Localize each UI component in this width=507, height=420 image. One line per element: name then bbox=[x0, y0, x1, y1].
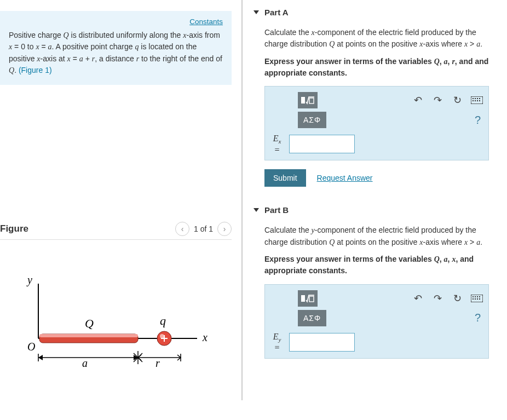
svg-rect-26 bbox=[475, 98, 476, 99]
svg-rect-33 bbox=[301, 295, 305, 302]
greek-letters-button[interactable]: ΑΣΦ bbox=[298, 310, 326, 326]
reset-icon[interactable]: ↻ bbox=[451, 292, 463, 304]
part-a-answer-input[interactable] bbox=[289, 135, 355, 153]
part-b-question: Calculate the y-component of the electri… bbox=[264, 225, 500, 248]
caret-down-icon bbox=[253, 208, 259, 212]
svg-rect-30 bbox=[475, 100, 476, 101]
part-a-title: Part A bbox=[264, 8, 289, 17]
keyboard-icon[interactable] bbox=[471, 94, 483, 106]
svg-rect-31 bbox=[477, 100, 478, 101]
svg-rect-41 bbox=[475, 298, 476, 300]
svg-text:O: O bbox=[27, 341, 35, 353]
svg-text:y: y bbox=[26, 274, 32, 286]
svg-rect-23 bbox=[309, 98, 314, 103]
redo-icon[interactable]: ↷ bbox=[431, 94, 443, 106]
reset-icon[interactable]: ↻ bbox=[451, 94, 463, 106]
problem-text: Positive charge Q is distributed uniform… bbox=[9, 30, 223, 76]
svg-rect-22 bbox=[301, 97, 305, 103]
help-icon[interactable]: ? bbox=[475, 112, 483, 128]
svg-rect-34 bbox=[309, 296, 314, 302]
caret-down-icon bbox=[253, 10, 259, 14]
problem-statement-box: Constants Positive charge Q is distribut… bbox=[0, 11, 232, 85]
template-button[interactable] bbox=[298, 290, 318, 307]
svg-point-9 bbox=[160, 334, 164, 338]
part-b-title: Part B bbox=[264, 205, 289, 215]
svg-rect-39 bbox=[479, 296, 480, 297]
fraction-root-icon bbox=[301, 294, 315, 303]
figure-prev-button[interactable]: ‹ bbox=[175, 222, 189, 236]
keyboard-icon[interactable] bbox=[471, 292, 483, 304]
template-button[interactable] bbox=[298, 92, 318, 108]
help-icon[interactable]: ? bbox=[475, 310, 483, 326]
figure-next-button[interactable]: › bbox=[217, 222, 232, 236]
greek-letters-button[interactable]: ΑΣΦ bbox=[298, 112, 326, 128]
part-b-answer-input[interactable] bbox=[289, 333, 355, 352]
part-a-submit-button[interactable]: Submit bbox=[264, 169, 306, 187]
svg-text:r: r bbox=[155, 357, 160, 369]
svg-text:Q: Q bbox=[85, 317, 94, 330]
svg-rect-28 bbox=[479, 98, 480, 99]
part-b-answer-panel: ↶ ↷ ↻ bbox=[264, 284, 489, 359]
svg-rect-40 bbox=[473, 298, 474, 300]
redo-icon[interactable]: ↷ bbox=[431, 292, 443, 304]
svg-rect-27 bbox=[477, 98, 478, 99]
svg-rect-38 bbox=[477, 296, 478, 297]
svg-rect-36 bbox=[473, 296, 474, 297]
svg-rect-37 bbox=[475, 296, 476, 297]
figure-diagram: y x O Q q bbox=[0, 240, 232, 389]
part-a-answer-panel: ↶ ↷ ↻ bbox=[264, 86, 489, 160]
svg-rect-32 bbox=[479, 100, 480, 101]
fraction-root-icon bbox=[301, 95, 315, 105]
part-a-header[interactable]: Part A bbox=[253, 4, 500, 20]
constants-link[interactable]: Constants bbox=[189, 16, 223, 27]
part-a-instruction: Express your answer in terms of the vari… bbox=[264, 56, 500, 79]
figure-page-indicator: 1 of 1 bbox=[194, 225, 213, 233]
part-a-question: Calculate the x-component of the electri… bbox=[264, 27, 500, 50]
part-b-header[interactable]: Part B bbox=[253, 202, 500, 218]
svg-rect-25 bbox=[473, 98, 474, 99]
svg-rect-29 bbox=[473, 100, 474, 101]
part-b-instruction: Express your answer in terms of the vari… bbox=[264, 254, 500, 277]
figure-title: Figure bbox=[0, 223, 28, 234]
part-a-eq-label: Ex= bbox=[270, 134, 284, 154]
svg-text:a: a bbox=[82, 357, 88, 369]
svg-text:x: x bbox=[202, 331, 208, 343]
part-b-eq-label: Ey= bbox=[270, 332, 284, 353]
svg-rect-43 bbox=[479, 298, 480, 300]
svg-text:q: q bbox=[160, 314, 166, 327]
undo-icon[interactable]: ↶ bbox=[412, 94, 424, 106]
figure-link[interactable]: (Figure 1) bbox=[19, 66, 52, 74]
undo-icon[interactable]: ↶ bbox=[412, 292, 424, 304]
part-a-request-answer-link[interactable]: Request Answer bbox=[317, 172, 373, 183]
svg-rect-6 bbox=[39, 334, 138, 337]
svg-rect-42 bbox=[477, 298, 478, 300]
